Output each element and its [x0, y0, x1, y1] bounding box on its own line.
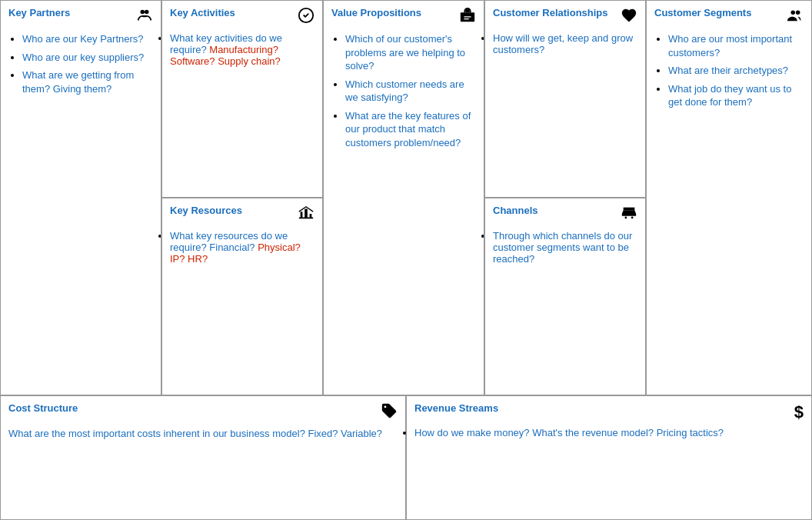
- cost-structure-list: What are the most important costs inhere…: [8, 428, 398, 439]
- value-propositions-header: Value Propositions: [331, 7, 476, 28]
- cust-rel-channels-col: Customer Relationships How will we get, …: [485, 1, 647, 395]
- list-item: What are the key features of our product…: [345, 109, 476, 150]
- key-resources-cell: Key Resources What key resources do we r…: [162, 198, 322, 395]
- list-item: What are the most important costs inhere…: [8, 428, 398, 439]
- bottom-section: Cost Structure What are the most importa…: [1, 396, 811, 519]
- list-item: Through which channels do our customer s…: [493, 230, 637, 265]
- channels-list: Through which channels do our customer s…: [493, 230, 637, 265]
- customer-segments-cell: Customer Segments Who are our most impor…: [647, 1, 811, 395]
- revenue-streams-icon: $: [794, 402, 804, 422]
- customer-segments-list: Who are our most important customers? Wh…: [654, 32, 804, 109]
- key-activities-title: Key Activities: [170, 7, 235, 18]
- top-section: Key Partners Who are our Key Partners? W…: [1, 1, 811, 396]
- cost-structure-cell: Cost Structure What are the most importa…: [1, 396, 407, 519]
- list-item: Who are our most important customers?: [668, 32, 804, 59]
- list-item: How do we make money? What's the revenue…: [414, 427, 804, 438]
- key-activities-list: What key activities do we require? Manuf…: [170, 32, 314, 67]
- revenue-streams-cell: Revenue Streams $ How do we make money? …: [407, 396, 811, 519]
- customer-segments-title: Customer Segments: [654, 7, 751, 18]
- value-propositions-title: Value Propositions: [331, 7, 421, 18]
- list-item: What are we getting from them? Giving th…: [22, 68, 153, 95]
- key-partners-header: Key Partners: [8, 7, 153, 28]
- svg-point-1: [145, 10, 149, 15]
- channels-icon: [621, 205, 637, 225]
- channels-header: Channels: [493, 205, 637, 225]
- key-activities-icon: [298, 7, 314, 28]
- list-item: Who are our Key Partners?: [22, 32, 153, 46]
- customer-relationships-icon: [621, 7, 637, 28]
- customer-relationships-cell: Customer Relationships How will we get, …: [485, 1, 645, 198]
- list-item: What key activities do we require? Manuf…: [170, 32, 314, 67]
- svg-point-7: [791, 11, 796, 15]
- key-activities-header: Key Activities: [170, 7, 314, 28]
- key-partners-title: Key Partners: [8, 7, 70, 18]
- key-resources-title: Key Resources: [170, 205, 242, 216]
- customer-relationships-header: Customer Relationships: [493, 7, 637, 28]
- svg-rect-4: [465, 9, 470, 13]
- channels-cell: Channels Through which channels do our c…: [485, 198, 645, 395]
- key-resources-header: Key Resources: [170, 205, 314, 225]
- key-partners-cell: Key Partners Who are our Key Partners? W…: [1, 1, 162, 395]
- key-partners-list: Who are our Key Partners? Who are our ke…: [8, 32, 153, 95]
- key-resources-icon: [298, 205, 314, 225]
- cost-structure-title: Cost Structure: [8, 402, 78, 414]
- customer-relationships-list: How will we get, keep and grow customers…: [493, 32, 637, 55]
- list-item: What key resources do we require? Financ…: [170, 230, 314, 265]
- list-item: How will we get, keep and grow customers…: [493, 32, 637, 55]
- list-item: Which customer needs are we satisfying?: [345, 78, 476, 105]
- cost-structure-icon: [381, 402, 398, 423]
- key-activities-cell: Key Activities What key activities do we…: [162, 1, 322, 198]
- svg-point-6: [631, 217, 634, 219]
- key-resources-list: What key resources do we require? Financ…: [170, 230, 314, 265]
- list-item: What are their archetypes?: [668, 64, 804, 78]
- customer-segments-icon: [787, 7, 804, 28]
- value-propositions-icon: [459, 7, 476, 28]
- key-activities-resources-col: Key Activities What key activities do we…: [162, 1, 324, 395]
- list-item: Who are our key suppliers?: [22, 51, 153, 65]
- svg-point-9: [384, 406, 387, 408]
- customer-segments-header: Customer Segments: [654, 7, 804, 28]
- channels-title: Channels: [493, 205, 538, 216]
- business-model-canvas: Key Partners Who are our Key Partners? W…: [0, 0, 812, 520]
- key-partners-icon: [136, 7, 153, 28]
- value-propositions-list: Which of our customer's problems are we …: [331, 32, 476, 149]
- value-propositions-cell: Value Propositions Which of our customer…: [324, 1, 485, 395]
- svg-point-0: [141, 10, 145, 15]
- list-item: Which of our customer's problems are we …: [345, 32, 476, 73]
- svg-point-5: [625, 217, 627, 219]
- revenue-streams-list: How do we make money? What's the revenue…: [414, 427, 804, 438]
- revenue-streams-title: Revenue Streams: [414, 402, 498, 414]
- revenue-streams-header: Revenue Streams $: [414, 402, 804, 422]
- customer-relationships-title: Customer Relationships: [493, 7, 608, 18]
- svg-point-8: [796, 11, 800, 15]
- list-item: What job do they want us to get done for…: [668, 82, 804, 109]
- cost-structure-header: Cost Structure: [8, 402, 398, 423]
